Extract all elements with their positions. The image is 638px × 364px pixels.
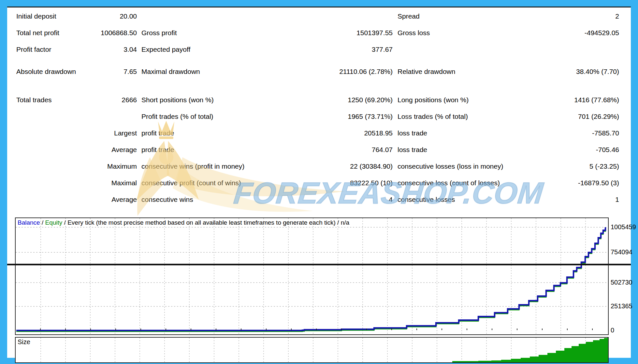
stats-label: Relative drawdown: [393, 68, 531, 76]
stats-value: -7585.70: [531, 129, 619, 137]
stats-row: Maximumconsecutive wins (profit in money…: [8, 158, 630, 175]
stats-value: Average: [83, 146, 137, 154]
stats-value: 701 (26.29%): [531, 113, 619, 120]
stats-value: Maximal: [83, 179, 137, 187]
stats-label: consecutive loss (count of losses): [393, 179, 531, 187]
stats-value: 83222.50 (10): [287, 179, 393, 187]
stats-label: consecutive wins: [137, 196, 287, 203]
stats-value: Average: [83, 196, 137, 203]
stats-value: 22 (30384.90): [287, 162, 393, 170]
stats-row: Total net profit1006868.50Gross profit15…: [8, 25, 630, 41]
legend-equity: Equity: [45, 219, 63, 226]
stats-value: 1250 (69.20%): [287, 96, 393, 104]
stats-row: Averageconsecutive wins4consecutive loss…: [8, 191, 630, 208]
stats-value: -494529.05: [531, 29, 619, 37]
stats-value: 5 (-23.25): [531, 162, 619, 170]
stats-value: 38.40% (7.70): [531, 68, 619, 76]
y-axis-label: 0: [611, 327, 614, 334]
stats-value: 1965 (73.71%): [287, 113, 393, 120]
balance-chart: Balance / Equity / Every tick (the most …: [15, 217, 609, 335]
stats-value: 21110.06 (2.78%): [287, 68, 393, 76]
stats-label: loss trade: [393, 129, 531, 137]
stats-label: Loss trades (% of total): [393, 113, 531, 120]
stats-value: Maximum: [83, 162, 137, 170]
stats-label: Maximal drawdown: [137, 68, 287, 76]
stats-value: 1501397.55: [287, 29, 393, 37]
stats-label: consecutive profit (count of wins): [137, 179, 287, 187]
stats-label: consecutive losses: [393, 196, 531, 203]
stats-row: Absolute drawdown7.65Maximal drawdown211…: [8, 58, 630, 85]
stats-value: 1006868.50: [83, 29, 137, 37]
stats-label: consecutive losses (loss in money): [393, 162, 531, 170]
stats-row: Largestprofit trade20518.95loss trade-75…: [8, 125, 630, 142]
stats-value: 7.65: [83, 68, 137, 76]
report-panel: Initial deposit20.00Spread2Total net pro…: [7, 7, 631, 358]
stats-label: Expected payoff: [137, 46, 287, 53]
stats-label: Long positions (won %): [393, 96, 531, 104]
stats-value: -705.46: [531, 146, 619, 154]
stats-table: Initial deposit20.00Spread2Total net pro…: [8, 8, 630, 208]
y-axis-label: 754094: [611, 248, 632, 256]
stats-value: 20.00: [83, 12, 137, 20]
stats-value: 3.04: [83, 46, 137, 53]
legend-method-text: / Every tick (the most precise method ba…: [62, 219, 349, 226]
stats-row: Profit factor3.04Expected payoff377.67: [8, 41, 630, 58]
size-chart: Size: [15, 337, 609, 363]
y-axis-label: 502730: [611, 279, 632, 286]
stats-label: Short positions (won %): [137, 96, 287, 104]
stats-label: profit trade: [137, 146, 287, 154]
stats-value: 377.67: [287, 46, 393, 53]
stats-value: Largest: [83, 129, 137, 137]
stats-value: 4: [287, 196, 393, 203]
size-bars-plot: [16, 338, 608, 362]
stats-label: Gross loss: [393, 29, 531, 37]
stats-label: loss trade: [393, 146, 531, 154]
stats-label: Gross profit: [137, 29, 287, 37]
stats-value: 1: [531, 196, 619, 203]
stats-row: Initial deposit20.00Spread2: [8, 8, 630, 25]
stats-value: 20518.95: [287, 129, 393, 137]
stats-value: -16879.50 (3): [531, 179, 619, 187]
stats-row: Profit trades (% of total)1965 (73.71%)L…: [8, 108, 630, 125]
stats-label: Total net profit: [16, 29, 83, 37]
stats-label: Spread: [393, 12, 531, 20]
legend-separator: /: [40, 219, 45, 226]
y-axis-label: 251365: [611, 302, 632, 310]
legend-balance: Balance: [18, 219, 40, 226]
stats-row: Total trades2666Short positions (won %)1…: [8, 92, 630, 108]
y-axis-label: 1005459: [611, 223, 636, 231]
x-axis-ticks-main: [15, 329, 609, 330]
stats-label: Absolute drawdown: [16, 68, 83, 76]
stats-label: Total trades: [16, 96, 83, 104]
stats-value: 2: [531, 12, 619, 20]
balance-curve-plot: [16, 218, 608, 334]
stats-value: 764.07: [287, 146, 393, 154]
backtest-report: Initial deposit20.00Spread2Total net pro…: [0, 0, 638, 364]
stats-label: Profit factor: [16, 46, 83, 53]
stats-label: consecutive wins (profit in money): [137, 162, 287, 170]
size-chart-label: Size: [18, 338, 30, 346]
stats-label: Initial deposit: [16, 12, 83, 20]
stats-row: Averageprofit trade764.07loss trade-705.…: [8, 142, 630, 158]
stats-label: Profit trades (% of total): [137, 113, 287, 120]
stats-label: profit trade: [137, 129, 287, 137]
stats-row: Maximalconsecutive profit (count of wins…: [8, 175, 630, 191]
chart-legend: Balance / Equity / Every tick (the most …: [18, 219, 349, 226]
stats-value: 1416 (77.68%): [531, 96, 619, 104]
chart-panel-divider: [7, 264, 631, 265]
stats-value: 2666: [83, 96, 137, 104]
